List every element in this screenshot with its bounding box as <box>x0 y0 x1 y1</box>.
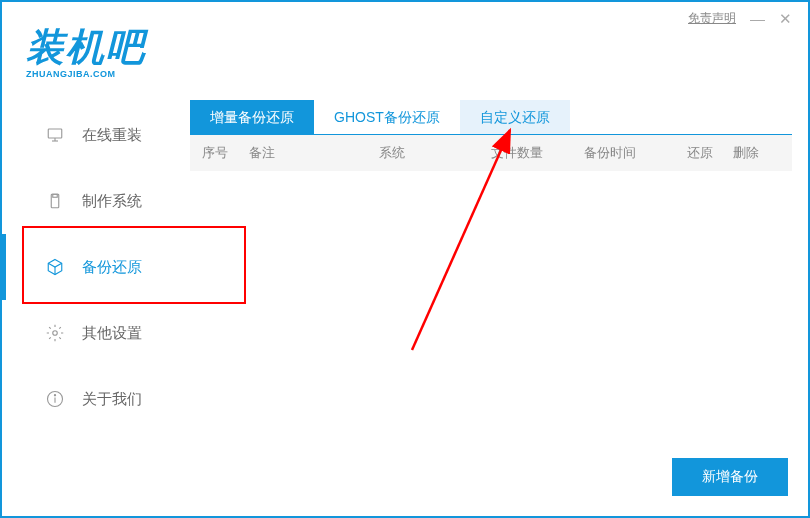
sidebar-item-about[interactable]: 关于我们 <box>2 366 190 432</box>
logo-text: 装机吧 <box>26 22 146 73</box>
col-count: 文件数量 <box>491 144 584 162</box>
usb-icon <box>46 192 64 210</box>
content-area: 增量备份还原 GHOST备份还原 自定义还原 序号 备注 系统 文件数量 备份时… <box>190 100 792 500</box>
tab-custom[interactable]: 自定义还原 <box>460 100 570 134</box>
disclaimer-link[interactable]: 免责声明 <box>688 10 736 27</box>
col-note: 备注 <box>249 144 380 162</box>
box-icon <box>46 258 64 276</box>
col-seq: 序号 <box>202 144 249 162</box>
tabs: 增量备份还原 GHOST备份还原 自定义还原 <box>190 100 792 135</box>
app-window: 免责声明 — ✕ 装机吧 ZHUANGJIBA.COM 在线重装 制作系统 备份… <box>0 0 810 518</box>
sidebar-item-label: 制作系统 <box>82 192 142 211</box>
sidebar-item-label: 关于我们 <box>82 390 142 409</box>
sidebar: 在线重装 制作系统 备份还原 其他设置 关于我们 <box>2 102 190 432</box>
active-marker <box>2 234 6 300</box>
sidebar-item-label: 其他设置 <box>82 324 142 343</box>
col-sys: 系统 <box>379 144 491 162</box>
svg-rect-0 <box>48 129 62 138</box>
sidebar-item-makesystem[interactable]: 制作系统 <box>2 168 190 234</box>
app-logo: 装机吧 ZHUANGJIBA.COM <box>26 22 146 79</box>
col-delete: 删除 <box>733 144 780 162</box>
monitor-icon <box>46 126 64 144</box>
svg-rect-4 <box>53 194 58 197</box>
svg-point-9 <box>54 395 55 396</box>
sidebar-item-label: 备份还原 <box>82 258 142 277</box>
add-backup-button[interactable]: 新增备份 <box>672 458 788 496</box>
sidebar-item-reinstall[interactable]: 在线重装 <box>2 102 190 168</box>
titlebar: 免责声明 — ✕ <box>688 10 792 27</box>
tab-ghost[interactable]: GHOST备份还原 <box>314 100 460 134</box>
tab-incremental[interactable]: 增量备份还原 <box>190 100 314 134</box>
info-icon <box>46 390 64 408</box>
gear-icon <box>46 324 64 342</box>
sidebar-item-label: 在线重装 <box>82 126 142 145</box>
sidebar-item-settings[interactable]: 其他设置 <box>2 300 190 366</box>
svg-point-6 <box>53 331 58 336</box>
close-icon[interactable]: ✕ <box>779 11 792 26</box>
minimize-icon[interactable]: — <box>750 11 765 26</box>
sidebar-item-backup[interactable]: 备份还原 <box>2 234 190 300</box>
col-time: 备份时间 <box>584 144 687 162</box>
table-header: 序号 备注 系统 文件数量 备份时间 还原 删除 <box>190 135 792 171</box>
col-restore: 还原 <box>687 144 734 162</box>
